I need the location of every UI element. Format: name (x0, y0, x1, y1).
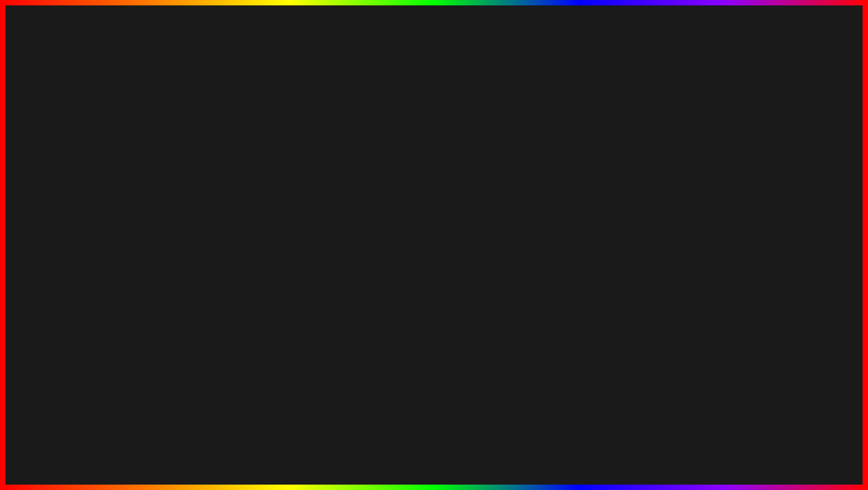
spacex-panel: SPACEX 🔍 Search... Home Main Fly Speed [… (108, 155, 315, 207)
spacex-home[interactable]: Home (109, 178, 145, 190)
rayx-cell-highschool[interactable]: HIGH SCHOOL (517, 206, 571, 215)
blue-dot-6[interactable] (820, 213, 826, 219)
rayx-cell-safezone[interactable]: SAFE ZONE (405, 154, 459, 163)
rayx-cell-gunup[interactable]: GUN STORE [UP] (461, 189, 515, 204)
arctic-menu-shoe[interactable]: Shoe Farm (140, 295, 233, 304)
bottom-item-selectcash[interactable]: Select cash u want to autoc... (403, 308, 582, 320)
spacex-flyspeed-minus[interactable]: Fly Speed [-] (258, 181, 309, 187)
spacex-flyspeed-plus[interactable]: Fly Speed [+] (150, 181, 201, 187)
rayx-cell-playground[interactable]: PLAY GROUND (517, 166, 571, 175)
rayx-credits[interactable]: CREDITS (357, 250, 401, 264)
search-icon-spacex: 🔍 (273, 162, 279, 169)
blue-dot-5[interactable] (820, 195, 826, 201)
arctic-overlap-godv3: God Mode V3 (226, 240, 332, 251)
arctic-menu-hospital[interactable]: Hospital Farm (140, 286, 233, 295)
bottom-item-aimlock[interactable]: Aimlock (403, 273, 582, 285)
sidebar-item-avatar[interactable]: Avatar (37, 173, 73, 185)
arctic-nav-autobuy[interactable]: AutoBuy (73, 268, 131, 278)
reset-toggle[interactable] (324, 276, 332, 284)
spacex-row-2: Reach Shazam [R] Speed [C] (150, 189, 309, 199)
arctic-overlap-user: User (226, 205, 332, 218)
spacex-search[interactable]: 🔍 Search... (268, 160, 308, 171)
rayx-themes[interactable]: THEMES (357, 223, 401, 237)
chatspy-toggle[interactable] (233, 143, 241, 151)
blue-dot-3[interactable] (820, 160, 826, 166)
arctic-overlap-infjump: Inf Jump (226, 287, 332, 298)
pluto-search[interactable]: 🔍 Search... (200, 120, 241, 130)
rayx-title: RAYX (540, 124, 568, 134)
arctic-overlap-reset: Reset (226, 274, 332, 287)
spacex-speed[interactable]: Speed [C] (258, 191, 309, 197)
sidebar-item-main[interactable]: Main (37, 150, 73, 161)
rayx-cell-gundown[interactable]: GUN STORE [DOWN] (517, 189, 571, 204)
sidebar-item-home[interactable]: Home (37, 138, 73, 150)
arctic-close-button[interactable]: X (228, 204, 232, 211)
rayx-cell-fooddown[interactable]: FOOD STORE [DOWN] (405, 189, 459, 204)
rayx-target[interactable]: TARGET (357, 156, 401, 169)
arctic-nav-killbot[interactable]: KillBot (73, 248, 131, 258)
rayx-search-placeholder: SEARCH (378, 126, 400, 132)
rayx-cell-boxing[interactable]: DA BOXING CLUB (405, 178, 459, 187)
search-icon: 🔍 (205, 122, 212, 128)
rayx-cell-hoodfitness[interactable]: HOOD FITNESS (461, 218, 515, 227)
blue-dot-2[interactable] (820, 143, 826, 149)
rayx-toggle[interactable]: TOGGLE (357, 143, 401, 156)
arctic-nav-toggles[interactable]: Toggles (73, 238, 131, 248)
arctic-menu-antifk[interactable]: Anti AFK (140, 232, 233, 241)
pluto-title: PLUTO (43, 121, 64, 129)
bottom-item-autostomp[interactable]: Auto Stomp (403, 262, 582, 273)
badge-hood-text: HOOD (734, 367, 764, 379)
bottom-item-antigrab[interactable]: Anti Grab (403, 285, 582, 297)
spacex-fly-x[interactable]: Fly [X] (204, 181, 255, 187)
arctic-nav-visuals[interactable]: Visuals (73, 298, 131, 307)
rayx-cell-furniture[interactable]: DA FURNITURE (461, 178, 515, 187)
rayx-cell-gasstation[interactable]: GAS STATION (461, 206, 515, 215)
rayx-cell-foodup[interactable]: FOOD STORE [UP] (517, 178, 571, 187)
blue-dot-4[interactable] (820, 178, 826, 184)
arctic-nav-home[interactable]: Home (73, 218, 131, 228)
pluto-header: PLUTO Main 🔍 Search... (37, 116, 246, 134)
bottom-item-extrastuff[interactable]: Extra Stuff (403, 297, 582, 308)
arctic-nav-farms[interactable]: Farms (73, 258, 131, 268)
arctic-menu-cashfarm-bounty[interactable]: Cash Farm : Bounty Mode (140, 259, 233, 268)
arctic-search-input[interactable] (159, 218, 233, 228)
rayx-extra[interactable]: EXTRA (357, 237, 401, 250)
bottom-script-text: SCRIPT (423, 428, 560, 469)
blue-dot-1[interactable] (820, 125, 826, 131)
rayx-cell-circus[interactable]: CIRCUS (461, 154, 515, 163)
spacex-shazam[interactable]: Shazam [R] (204, 191, 255, 197)
rayx-cell-bank[interactable]: BANK (405, 143, 459, 151)
sidebar-item-toggle[interactable]: Toggle (37, 161, 73, 173)
arctic-nav-combat[interactable]: Combat (73, 228, 131, 238)
rayx-teleport[interactable]: TELEPORT (357, 169, 401, 183)
rayx-search[interactable]: 🔍 SEARCH (363, 123, 406, 135)
arctic-menu-cashfarm-public[interactable]: Cash Farm ( Public Servers ) (140, 250, 233, 259)
bottom-item-credits[interactable]: Credits (403, 320, 582, 332)
rayx-cell-church[interactable]: CHURCH (405, 166, 459, 175)
arctic-menu-cashfarm-pile[interactable]: Cash Farm : Pile Mode (140, 268, 233, 277)
arctic-panel: Arctic X Home Combat Toggles KillBot Far… (67, 200, 238, 313)
rayx-cell-casino[interactable]: CASINO (517, 154, 571, 163)
arctic-overlap-hightool: High Tool (226, 263, 332, 274)
arctic-nav-teleports[interactable]: Teleports (73, 278, 131, 288)
rayx-cell-hoodkicks[interactable]: HOOD KICKS (517, 218, 571, 227)
rayx-cashtool[interactable]: CASH TOOL (357, 210, 401, 223)
arctic-nav-selling[interactable]: Selling Tools (73, 288, 131, 298)
rayx-cell-cinema[interactable]: CINEMA (461, 166, 515, 175)
rayx-cell-barbershop[interactable]: BARBER SHOP (461, 143, 515, 151)
user-toggle[interactable] (324, 207, 332, 215)
pluto-toolre-label: Tool Re... (79, 174, 103, 180)
arctic-menu-cashfarm[interactable]: Cash Farm (140, 241, 233, 250)
rayx-cell-basketball[interactable]: BASKETBALL (517, 143, 571, 151)
arctic-menu-cashfarm-pickup[interactable]: Cash Farm : Pickup Delay 0.7 - 2 (140, 277, 233, 286)
rayx-cell-graveyard[interactable]: GRAVE YARD (405, 218, 459, 227)
right-panel (787, 118, 832, 226)
arctic-search-label: Search (140, 220, 157, 227)
rayx-cell-firestation[interactable]: FIRE STATION (405, 206, 459, 215)
bottom-pastebin-text: PASTEBIN (569, 428, 756, 469)
rayx-animation[interactable]: ANIMATION (357, 196, 401, 210)
rayx-autobuy[interactable]: AUTO BUY (357, 183, 401, 196)
spacex-reach[interactable]: Reach (150, 191, 201, 197)
bottom-item-autofarm[interactable]: Autofarm (403, 250, 582, 262)
sidebar-item-target[interactable]: Target (37, 185, 73, 196)
